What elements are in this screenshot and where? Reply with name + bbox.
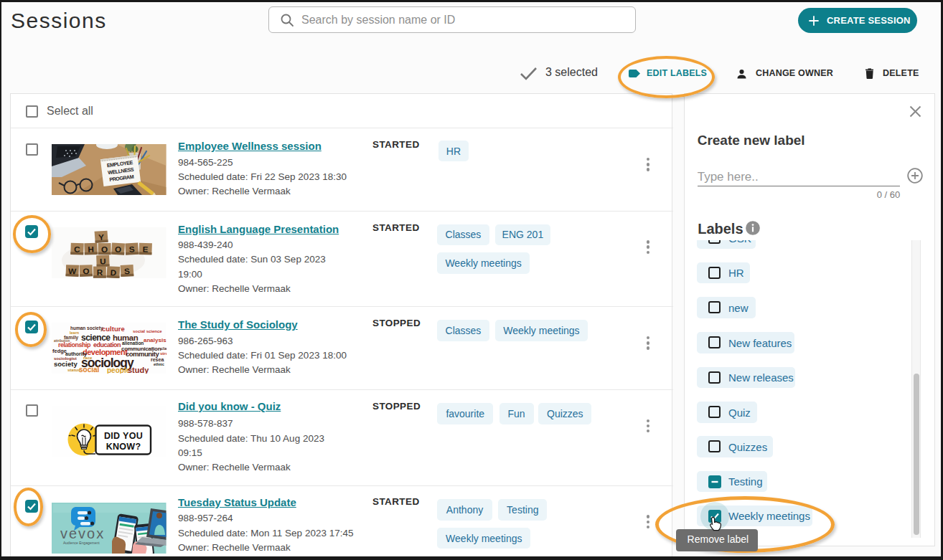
svg-text:Audience Engagement: Audience Engagement <box>63 541 100 545</box>
svg-text:O: O <box>101 245 108 254</box>
svg-text:R: R <box>97 268 103 277</box>
svg-text:analysis: analysis <box>144 337 166 343</box>
svg-text:society: society <box>54 360 78 368</box>
svg-text:E: E <box>143 245 149 253</box>
svg-text:resea: resea <box>151 357 164 362</box>
svg-text:Y: Y <box>98 233 105 242</box>
svg-text:O: O <box>83 267 90 275</box>
svg-text:D: D <box>110 268 116 277</box>
svg-text:culture: culture <box>102 325 125 333</box>
svg-text:O: O <box>115 245 122 253</box>
svg-text:stru: stru <box>160 351 166 356</box>
svg-text:study: study <box>128 366 149 374</box>
svg-text:vevox: vevox <box>60 526 105 541</box>
svg-text:ethnic: ethnic <box>154 362 164 366</box>
svg-text:W: W <box>68 267 77 275</box>
svg-text:H: H <box>88 245 94 253</box>
svg-text:C: C <box>74 245 80 253</box>
svg-text:alienation: alienation <box>122 341 144 346</box>
svg-text:U: U <box>100 257 106 265</box>
svg-text:S: S <box>129 245 136 253</box>
svg-text:DID YOU: DID YOU <box>104 431 143 441</box>
svg-text:people: people <box>107 366 131 374</box>
svg-text:S: S <box>124 267 131 275</box>
svg-text:fedge: fedge <box>52 348 67 354</box>
svg-text:social: social <box>79 366 100 374</box>
svg-text:KNOW?: KNOW? <box>106 442 141 452</box>
svg-text:cla: cla <box>161 346 166 351</box>
